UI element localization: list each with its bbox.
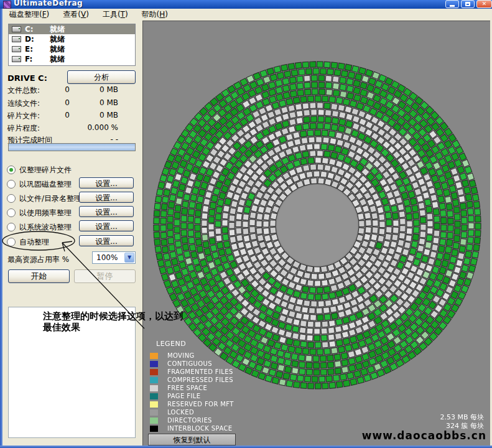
legend-item: MOVING [150, 352, 234, 360]
legend-swatch [150, 385, 158, 391]
radio-button[interactable] [7, 238, 16, 246]
drive-row[interactable]: F:就绪 [9, 54, 135, 64]
stat-label: 文件总数: [7, 85, 40, 96]
radio-option[interactable]: 以巩固磁盘整理 [7, 179, 72, 189]
radio-option[interactable]: 以使用频率整理 [7, 208, 72, 218]
legend-swatch [150, 401, 158, 408]
drive-status: 就绪 [50, 54, 65, 65]
window-border-bottom [0, 446, 492, 448]
legend-label: FRAGMENTED FILES [167, 368, 233, 375]
legend-swatch [150, 377, 158, 383]
drive-label: DRIVE C: [7, 73, 47, 83]
radio-label: 以使用频率整理 [19, 208, 72, 218]
legend-label: DIRECTORIES [167, 417, 212, 424]
radio-label: 以巩固磁盘整理 [19, 179, 72, 190]
legend-item: CONTIGUOUS [150, 360, 234, 368]
radio-label: 仅整理碎片文件 [19, 165, 72, 175]
minimize-icon [450, 5, 455, 7]
legend-item: COMPRESSED FILES [150, 376, 234, 384]
block-size-mb: 2.53 MB 每块 [440, 413, 484, 422]
radio-button[interactable] [7, 166, 16, 174]
legend-swatch [150, 361, 158, 367]
settings-button[interactable]: 设置... [79, 235, 134, 246]
menu-bar: 磁盘整理(F)查看(V)工具(T)帮助(H) [2, 9, 490, 21]
drive-icon [12, 26, 21, 32]
stat-size-value: 0 MB [70, 98, 118, 107]
radio-option[interactable]: 自动整理 [7, 237, 49, 247]
menu-item-f[interactable]: 磁盘整理(F) [2, 9, 56, 21]
radio-button[interactable] [7, 223, 16, 231]
close-icon: ✕ [482, 1, 487, 7]
drive-icon [12, 56, 21, 62]
restore-default-button[interactable]: 恢复到默认 [148, 434, 236, 446]
menu-item-h[interactable]: 帮助(H) [135, 9, 175, 21]
drive-icon [12, 36, 21, 42]
legend-label: INTERBLOCK SPACE [167, 425, 233, 432]
resource-usage-select[interactable]: 100% ▼ [92, 251, 136, 264]
stat-count-value: 0 [44, 85, 70, 94]
resource-usage-label: 最高资源占用率 % [7, 254, 69, 265]
legend-swatch [150, 369, 158, 375]
stat-size-value: 0.000 % [70, 123, 118, 132]
close-button[interactable]: ✕ [476, 0, 492, 8]
settings-button[interactable]: 设置... [79, 192, 134, 203]
legend-swatch [150, 409, 158, 416]
settings-button[interactable]: 设置... [79, 206, 134, 217]
drive-name: D: [25, 35, 50, 44]
maximize-icon [465, 2, 470, 6]
radio-option[interactable]: 仅整理碎片文件 [7, 165, 72, 175]
stat-label: 碎片程度: [7, 123, 40, 134]
legend: LEGEND MOVINGCONTIGUOUSFRAGMENTED FILESC… [150, 340, 234, 432]
stat-count-value: 0 [44, 111, 70, 119]
menu-item-v[interactable]: 查看(V) [56, 9, 96, 21]
window-title: UltimateDefrag [14, 0, 83, 7]
legend-label: LOCKED [167, 409, 194, 416]
chevron-down-icon[interactable]: ▼ [124, 253, 134, 263]
start-button[interactable]: 开始 [8, 269, 70, 283]
legend-label: RESERVED FOR MFT [167, 401, 234, 408]
settings-button[interactable]: 设置... [79, 177, 134, 189]
drive-row[interactable]: C:就绪 [9, 24, 135, 34]
drive-name: F: [25, 55, 50, 63]
app-icon [3, 1, 11, 9]
radio-button[interactable] [7, 180, 16, 189]
title-bar: UltimateDefrag ✕ [0, 0, 492, 9]
legend-item: INTERBLOCK SPACE [150, 424, 234, 432]
stat-label: 碎片文件: [7, 111, 40, 121]
stat-size-value: 0 MB [70, 85, 118, 94]
radio-button[interactable] [7, 194, 16, 203]
legend-swatch [150, 426, 158, 432]
stat-size-value: - - [70, 135, 118, 144]
legend-item: FRAGMENTED FILES [150, 368, 234, 376]
disk-map-area: LEGEND MOVINGCONTIGUOUSFRAGMENTED FILESC… [142, 21, 490, 446]
maximize-button[interactable] [461, 0, 475, 8]
drive-row[interactable]: E:就绪 [9, 44, 135, 54]
menu-item-t[interactable]: 工具(T) [96, 9, 135, 21]
settings-button[interactable]: 设置... [79, 220, 134, 231]
radio-label: 自动整理 [19, 237, 49, 248]
legend-label: PAGE FILE [167, 393, 201, 399]
legend-item: PAGE FILE [150, 392, 234, 400]
ultimatedefrag-window: UltimateDefrag ✕ 磁盘整理(F)查看(V)工具(T)帮助(H) … [0, 0, 492, 448]
legend-item: FREE SPACE [150, 384, 234, 392]
drive-list[interactable]: C:就绪D:就绪E:就绪F:就绪 [8, 24, 136, 66]
minimize-button[interactable] [445, 0, 459, 8]
radio-option[interactable]: 以系统波动整理 [7, 222, 72, 232]
resource-usage-value: 100% [96, 253, 118, 262]
legend-label: MOVING [167, 352, 195, 359]
legend-swatch [150, 353, 158, 359]
radio-button[interactable] [7, 208, 16, 217]
drive-row[interactable]: D:就绪 [9, 34, 135, 44]
legend-title: LEGEND [156, 340, 234, 348]
analyze-button[interactable]: 分析 [67, 70, 136, 84]
stat-row: 碎片文件:00 MB [7, 111, 132, 121]
legend-item: LOCKED [150, 408, 234, 416]
drive-status: 就绪 [50, 24, 65, 35]
drive-status: 就绪 [50, 44, 65, 55]
legend-swatch [150, 393, 158, 399]
radio-label: 以文件/目录名整理 [19, 194, 81, 204]
radio-option[interactable]: 以文件/目录名整理 [7, 194, 81, 203]
stat-count-value: 0 [44, 98, 70, 107]
drive-name: C: [25, 25, 50, 34]
stat-row: 文件总数:00 MB [7, 85, 132, 95]
